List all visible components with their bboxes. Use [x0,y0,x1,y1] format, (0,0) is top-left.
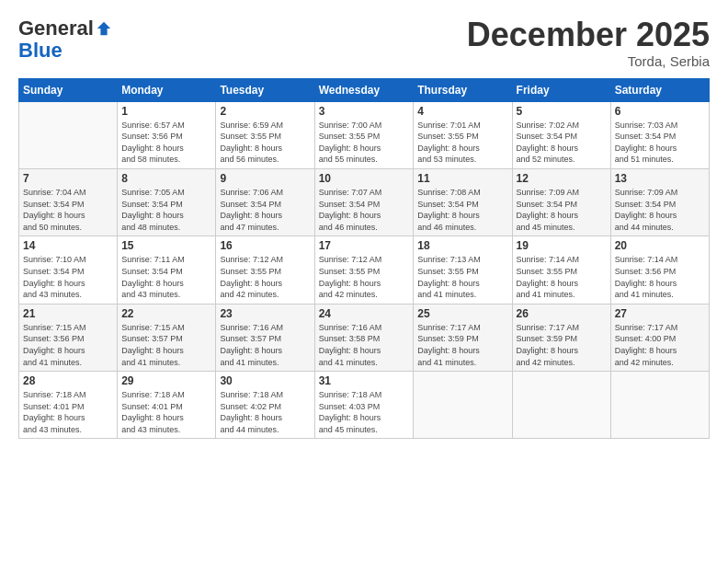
day-info: Sunrise: 6:59 AM Sunset: 3:55 PM Dayligh… [220,120,310,166]
calendar-cell: 24Sunrise: 7:16 AM Sunset: 3:58 PM Dayli… [314,304,414,371]
day-info: Sunrise: 7:09 AM Sunset: 3:54 PM Dayligh… [615,187,705,233]
header-row: SundayMondayTuesdayWednesdayThursdayFrid… [19,78,710,101]
day-number: 21 [23,307,113,320]
logo-blue-text: Blue [18,40,63,61]
day-number: 15 [121,239,211,252]
day-info: Sunrise: 7:07 AM Sunset: 3:54 PM Dayligh… [319,187,410,233]
day-number: 13 [615,172,705,185]
day-info: Sunrise: 7:09 AM Sunset: 3:54 PM Dayligh… [517,187,607,233]
calendar-cell: 30Sunrise: 7:18 AM Sunset: 4:02 PM Dayli… [216,372,314,439]
day-info: Sunrise: 7:05 AM Sunset: 3:54 PM Dayligh… [121,187,211,233]
day-info: Sunrise: 7:15 AM Sunset: 3:57 PM Dayligh… [121,322,211,368]
week-row-3: 14Sunrise: 7:10 AM Sunset: 3:54 PM Dayli… [19,236,710,304]
day-number: 30 [220,374,310,387]
day-number: 10 [319,172,410,185]
day-number: 22 [121,307,211,320]
day-info: Sunrise: 7:06 AM Sunset: 3:54 PM Dayligh… [220,187,310,233]
calendar-cell: 11Sunrise: 7:08 AM Sunset: 3:54 PM Dayli… [414,168,512,236]
day-number: 23 [220,307,310,320]
day-info: Sunrise: 7:11 AM Sunset: 3:54 PM Dayligh… [121,254,211,300]
day-info: Sunrise: 6:57 AM Sunset: 3:56 PM Dayligh… [121,120,211,166]
calendar-cell [414,372,512,439]
col-header-saturday: Saturday [610,78,709,101]
calendar-cell: 31Sunrise: 7:18 AM Sunset: 4:03 PM Dayli… [314,372,414,439]
day-info: Sunrise: 7:13 AM Sunset: 3:55 PM Dayligh… [417,254,507,300]
col-header-friday: Friday [512,78,610,101]
calendar-cell: 8Sunrise: 7:05 AM Sunset: 3:54 PM Daylig… [118,168,216,236]
calendar-cell [512,372,610,439]
day-info: Sunrise: 7:14 AM Sunset: 3:55 PM Dayligh… [517,254,607,300]
calendar-cell: 3Sunrise: 7:00 AM Sunset: 3:55 PM Daylig… [314,101,414,168]
day-number: 4 [417,105,507,118]
calendar-cell: 10Sunrise: 7:07 AM Sunset: 3:54 PM Dayli… [314,168,414,236]
day-info: Sunrise: 7:10 AM Sunset: 3:54 PM Dayligh… [23,254,113,300]
day-info: Sunrise: 7:12 AM Sunset: 3:55 PM Dayligh… [319,254,410,300]
day-number: 8 [121,172,211,185]
calendar-table: SundayMondayTuesdayWednesdayThursdayFrid… [18,78,710,440]
col-header-monday: Monday [118,78,216,101]
logo-text: General [18,17,112,40]
col-header-thursday: Thursday [414,78,512,101]
day-number: 18 [417,239,507,252]
calendar-cell: 26Sunrise: 7:17 AM Sunset: 3:59 PM Dayli… [512,304,610,371]
week-row-1: 1Sunrise: 6:57 AM Sunset: 3:56 PM Daylig… [19,101,710,168]
calendar-cell: 4Sunrise: 7:01 AM Sunset: 3:55 PM Daylig… [414,101,512,168]
calendar-cell: 17Sunrise: 7:12 AM Sunset: 3:55 PM Dayli… [314,236,414,304]
day-number: 1 [121,105,211,118]
calendar-cell: 15Sunrise: 7:11 AM Sunset: 3:54 PM Dayli… [118,236,216,304]
calendar-cell: 22Sunrise: 7:15 AM Sunset: 3:57 PM Dayli… [118,304,216,371]
calendar-cell: 9Sunrise: 7:06 AM Sunset: 3:54 PM Daylig… [216,168,314,236]
day-info: Sunrise: 7:03 AM Sunset: 3:54 PM Dayligh… [615,120,705,166]
calendar-cell: 29Sunrise: 7:18 AM Sunset: 4:01 PM Dayli… [118,372,216,439]
day-info: Sunrise: 7:18 AM Sunset: 4:01 PM Dayligh… [23,389,113,435]
calendar-cell: 20Sunrise: 7:14 AM Sunset: 3:56 PM Dayli… [610,236,709,304]
day-info: Sunrise: 7:18 AM Sunset: 4:03 PM Dayligh… [319,389,410,435]
calendar-cell: 14Sunrise: 7:10 AM Sunset: 3:54 PM Dayli… [19,236,118,304]
day-number: 28 [23,374,113,387]
calendar-page: General Blue December 2025 Torda, Serbia… [0,0,728,563]
day-info: Sunrise: 7:16 AM Sunset: 3:58 PM Dayligh… [319,322,410,368]
day-number: 7 [23,172,113,185]
day-info: Sunrise: 7:18 AM Sunset: 4:02 PM Dayligh… [220,389,310,435]
day-number: 5 [517,105,607,118]
day-info: Sunrise: 7:17 AM Sunset: 3:59 PM Dayligh… [517,322,607,368]
calendar-cell: 25Sunrise: 7:17 AM Sunset: 3:59 PM Dayli… [414,304,512,371]
day-number: 29 [121,374,211,387]
calendar-cell: 2Sunrise: 6:59 AM Sunset: 3:55 PM Daylig… [216,101,314,168]
col-header-wednesday: Wednesday [314,78,414,101]
day-info: Sunrise: 7:00 AM Sunset: 3:55 PM Dayligh… [319,120,410,166]
calendar-cell: 5Sunrise: 7:02 AM Sunset: 3:54 PM Daylig… [512,101,610,168]
day-number: 27 [615,307,705,320]
calendar-cell: 16Sunrise: 7:12 AM Sunset: 3:55 PM Dayli… [216,236,314,304]
header: General Blue December 2025 Torda, Serbia [18,17,710,69]
week-row-4: 21Sunrise: 7:15 AM Sunset: 3:56 PM Dayli… [19,304,710,371]
day-info: Sunrise: 7:15 AM Sunset: 3:56 PM Dayligh… [23,322,113,368]
day-info: Sunrise: 7:14 AM Sunset: 3:56 PM Dayligh… [615,254,705,300]
col-header-sunday: Sunday [19,78,118,101]
day-number: 12 [517,172,607,185]
day-info: Sunrise: 7:01 AM Sunset: 3:55 PM Dayligh… [417,120,507,166]
day-info: Sunrise: 7:18 AM Sunset: 4:01 PM Dayligh… [121,389,211,435]
calendar-cell [610,372,709,439]
day-info: Sunrise: 7:02 AM Sunset: 3:54 PM Dayligh… [517,120,607,166]
calendar-cell: 27Sunrise: 7:17 AM Sunset: 4:00 PM Dayli… [610,304,709,371]
day-info: Sunrise: 7:17 AM Sunset: 4:00 PM Dayligh… [615,322,705,368]
day-number: 25 [417,307,507,320]
day-number: 14 [23,239,113,252]
day-info: Sunrise: 7:17 AM Sunset: 3:59 PM Dayligh… [417,322,507,368]
day-number: 20 [615,239,705,252]
svg-marker-0 [97,22,110,35]
day-info: Sunrise: 7:08 AM Sunset: 3:54 PM Dayligh… [417,187,507,233]
day-info: Sunrise: 7:16 AM Sunset: 3:57 PM Dayligh… [220,322,310,368]
calendar-cell: 21Sunrise: 7:15 AM Sunset: 3:56 PM Dayli… [19,304,118,371]
calendar-cell: 18Sunrise: 7:13 AM Sunset: 3:55 PM Dayli… [414,236,512,304]
day-number: 24 [319,307,410,320]
day-number: 11 [417,172,507,185]
month-title: December 2025 [467,17,710,53]
week-row-5: 28Sunrise: 7:18 AM Sunset: 4:01 PM Dayli… [19,372,710,439]
col-header-tuesday: Tuesday [216,78,314,101]
title-block: December 2025 Torda, Serbia [467,17,710,69]
calendar-cell: 28Sunrise: 7:18 AM Sunset: 4:01 PM Dayli… [19,372,118,439]
logo-icon [96,20,112,37]
location: Torda, Serbia [467,53,710,69]
